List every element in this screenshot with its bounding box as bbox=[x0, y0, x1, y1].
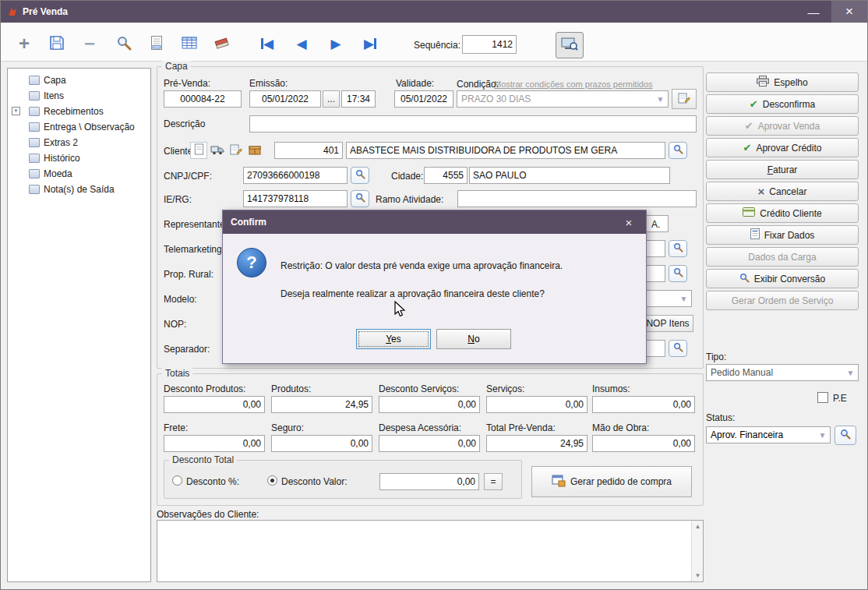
insumos-input[interactable] bbox=[592, 396, 695, 413]
tree-item-notas-de-saida[interactable]: Nota(s) de Saída bbox=[8, 182, 150, 197]
cliente-notes-button[interactable] bbox=[228, 142, 245, 159]
separador-search-button[interactable] bbox=[669, 340, 687, 357]
desconto-produtos-input[interactable] bbox=[164, 396, 265, 413]
produtos-input[interactable] bbox=[271, 396, 372, 413]
tree-item-recebimentos[interactable]: +Recebimentos bbox=[8, 104, 150, 119]
dados-da-carga-button[interactable]: Dados da Carga bbox=[706, 247, 859, 267]
search-button[interactable] bbox=[110, 30, 138, 57]
tipo-select[interactable]: Pedido Manual ▼ bbox=[706, 364, 859, 381]
chevron-down-icon: ▼ bbox=[845, 368, 856, 378]
nav-first-button[interactable]: ◀ bbox=[253, 30, 281, 57]
tree-item-itens[interactable]: Itens bbox=[8, 88, 150, 104]
eraser-button[interactable] bbox=[208, 30, 236, 57]
dialog-close-icon[interactable]: × bbox=[619, 213, 638, 231]
nav-next-button[interactable]: ▶ bbox=[322, 30, 350, 57]
cidade-name-input[interactable] bbox=[469, 167, 670, 184]
nav-prev-button[interactable]: ◀ bbox=[288, 30, 316, 57]
yes-button[interactable]: Yes bbox=[356, 329, 431, 349]
frete-input[interactable] bbox=[164, 435, 265, 452]
condicao-edit-button[interactable] bbox=[672, 89, 697, 109]
scroll-up-icon[interactable]: ▲ bbox=[692, 521, 704, 532]
cliente-code-input[interactable] bbox=[274, 142, 343, 159]
expand-icon[interactable]: + bbox=[12, 107, 20, 115]
no-button[interactable]: No bbox=[436, 329, 511, 349]
view-record-button[interactable] bbox=[556, 32, 584, 58]
nav-first-icon: ◀ bbox=[261, 37, 273, 51]
observacoes-textarea[interactable]: ▲ ▼ bbox=[157, 520, 704, 582]
page-icon bbox=[29, 169, 40, 178]
button-label: Cancelar bbox=[769, 186, 806, 197]
add-button[interactable]: + bbox=[10, 30, 38, 57]
ie-input[interactable] bbox=[243, 190, 348, 207]
page-icon bbox=[29, 138, 40, 147]
desconto-valor-input[interactable] bbox=[379, 473, 479, 490]
ie-search-button[interactable] bbox=[351, 190, 369, 207]
prop-rural-search-button[interactable] bbox=[669, 265, 687, 282]
tree-item-capa[interactable]: Capa bbox=[8, 72, 150, 88]
seguro-input[interactable] bbox=[271, 435, 372, 452]
credito-cliente-button[interactable]: Crédito Cliente bbox=[706, 203, 859, 223]
condicao-select[interactable]: PRAZO 30 DIAS ▼ bbox=[457, 90, 669, 108]
desconto-percent-radio[interactable] bbox=[172, 475, 182, 486]
desconto-servicos-input[interactable] bbox=[379, 396, 480, 413]
tree-item-entrega-observacao[interactable]: Entrega \ Observação bbox=[8, 119, 150, 135]
desconto-percent-label: Desconto %: bbox=[186, 476, 239, 487]
gerar-ordem-servico-button[interactable]: Gerar Ordem de Serviço bbox=[706, 291, 859, 310]
minimize-button[interactable]: — bbox=[796, 1, 831, 23]
nop-label: NOP: bbox=[164, 319, 186, 330]
desconto-valor-radio[interactable] bbox=[267, 475, 277, 486]
cliente-name-input[interactable] bbox=[346, 142, 665, 159]
remove-button[interactable]: − bbox=[76, 30, 104, 57]
cliente-package-button[interactable] bbox=[246, 142, 263, 159]
status-search-button[interactable] bbox=[834, 426, 856, 445]
fixar-dados-button[interactable]: Fixar Dados bbox=[706, 225, 859, 245]
emissao-ellipsis-button[interactable]: ... bbox=[323, 90, 340, 108]
telemarketing-search-button[interactable] bbox=[669, 240, 687, 257]
cnpj-search-button[interactable] bbox=[351, 167, 369, 184]
cliente-search-button[interactable] bbox=[669, 142, 687, 159]
equals-button[interactable]: = bbox=[484, 473, 503, 490]
sequencia-input[interactable] bbox=[462, 35, 517, 54]
pre-venda-input[interactable] bbox=[164, 90, 242, 108]
ramo-input[interactable] bbox=[457, 190, 697, 207]
total-pre-venda-input[interactable] bbox=[486, 435, 587, 452]
status-select[interactable]: Aprov. Financeira ▼ bbox=[706, 426, 831, 443]
tree-item-moeda[interactable]: Moeda bbox=[8, 166, 150, 182]
condicao-value: PRAZO 30 DIAS bbox=[461, 94, 531, 104]
faturar-button[interactable]: Faturar bbox=[706, 160, 859, 179]
emissao-time-input[interactable] bbox=[341, 90, 376, 108]
desconfirma-button[interactable]: ✔ Desconfirma bbox=[706, 94, 859, 114]
exibir-conversao-button[interactable]: Exibir Conversão bbox=[706, 269, 859, 288]
validade-input[interactable] bbox=[394, 90, 453, 108]
aprovar-credito-button[interactable]: ✔ Aprovar Crédito bbox=[706, 138, 859, 157]
mao-de-obra-input[interactable] bbox=[592, 435, 695, 452]
dialog-title: Confirm bbox=[231, 217, 266, 228]
vertical-scrollbar[interactable]: ▲ ▼ bbox=[691, 521, 703, 581]
save-icon bbox=[48, 34, 65, 54]
espelho-button[interactable]: Espelho bbox=[706, 72, 859, 92]
despesa-acessoria-input[interactable] bbox=[379, 435, 480, 452]
servicos-input[interactable] bbox=[486, 396, 587, 413]
descricao-input[interactable] bbox=[249, 115, 697, 132]
emissao-date-input[interactable] bbox=[249, 90, 321, 108]
aprovar-venda-button[interactable]: ✔ Aprovar Venda bbox=[706, 116, 859, 136]
cnpj-input[interactable] bbox=[243, 167, 348, 184]
cancelar-button[interactable]: × Cancelar bbox=[706, 182, 859, 201]
document-button[interactable] bbox=[143, 30, 171, 57]
close-button[interactable]: × bbox=[831, 1, 867, 23]
pe-checkbox[interactable] bbox=[817, 392, 828, 403]
tree-item-historico[interactable]: Histórico bbox=[8, 150, 150, 166]
nop-itens-button[interactable]: NOP Itens bbox=[642, 315, 693, 332]
tree-item-extras-2[interactable]: Extras 2 bbox=[8, 135, 150, 150]
cidade-code-input[interactable] bbox=[424, 167, 468, 184]
nav-last-button[interactable]: ▶ bbox=[356, 30, 384, 57]
grid-button[interactable] bbox=[175, 30, 203, 57]
save-button[interactable] bbox=[43, 30, 71, 57]
monitor-search-icon bbox=[561, 37, 578, 54]
cliente-doc-button[interactable] bbox=[190, 142, 207, 159]
cliente-truck-button[interactable] bbox=[209, 142, 226, 159]
condicao-link[interactable]: Mostrar condições com prazos permitidos bbox=[494, 79, 653, 89]
page-icon bbox=[29, 185, 40, 194]
gerar-pedido-compra-button[interactable]: Gerar pedido de compra bbox=[531, 466, 692, 497]
scroll-down-icon[interactable]: ▼ bbox=[692, 570, 704, 581]
